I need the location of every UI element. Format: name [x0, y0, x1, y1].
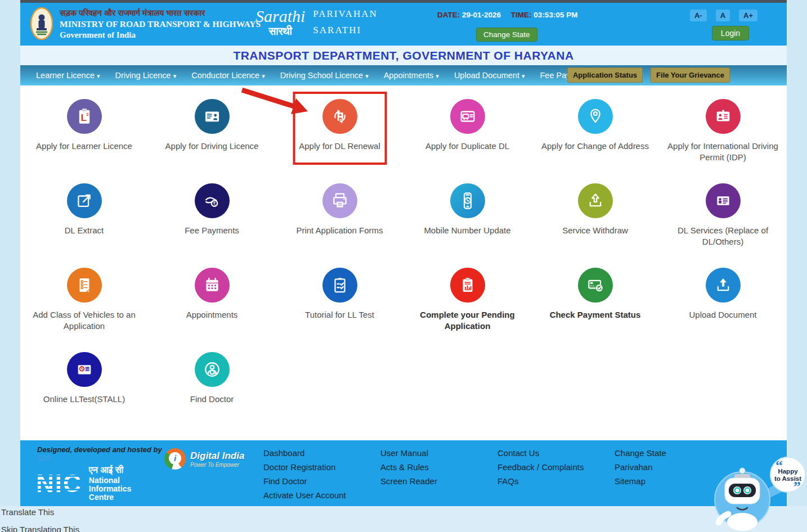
service-label: Apply for Learner Licence	[36, 141, 132, 152]
clipboard-check-icon[interactable]	[322, 268, 357, 303]
service-print-application-forms[interactable]: Print Application Forms	[276, 170, 404, 254]
nav-item-upload-document[interactable]: Upload Document▾	[454, 71, 525, 80]
doctor-icon[interactable]	[195, 352, 230, 387]
service-label: Apply for International Driving Permit (…	[667, 141, 779, 163]
service-apply-for-change-of-address[interactable]: Apply for Change of Address	[531, 85, 659, 170]
footer-link-acts-rules[interactable]: Acts & Rules	[380, 460, 497, 474]
service-find-doctor[interactable]: Find Doctor	[148, 339, 276, 423]
chevron-down-icon: ▾	[522, 73, 525, 79]
title-bar: TRANSPORT DEPARTMENT, GOVERNMENT OF HARY…	[20, 46, 787, 65]
translate-this-link[interactable]: Translate This	[1, 507, 79, 517]
clipboard-l-icon[interactable]: L	[67, 99, 102, 134]
service-label: Apply for Duplicate DL	[425, 141, 509, 152]
svg-text:to Assist: to Assist	[774, 475, 801, 482]
service-check-payment-status[interactable]: Check Payment Status	[531, 254, 659, 339]
service-label: Tutorial for LL Test	[305, 309, 374, 321]
service-apply-for-learner-licence[interactable]: LApply for Learner Licence	[20, 85, 148, 170]
service-dl-services-replace-of-dl-others[interactable]: DL Services (Replace of DL/Others)	[659, 170, 787, 254]
service-add-class-of-vehicles-to-an-application[interactable]: Add Class of Vehicles to an Application	[20, 254, 148, 339]
page-content: सड़क परिवहन और राजमार्ग मंत्रालय भारत सर…	[20, 0, 787, 507]
hand-rupee-icon[interactable]: ₹	[195, 183, 230, 218]
nav-item-appointments[interactable]: Appointments▾	[384, 71, 439, 80]
footer-link-dashboard[interactable]: Dashboard	[263, 446, 380, 460]
file-your-grievance-button[interactable]: File Your Grievance	[651, 67, 730, 83]
service-fee-payments[interactable]: ₹Fee Payments	[148, 170, 276, 254]
footer-link-screen-reader[interactable]: Screen Reader	[380, 474, 497, 488]
service-dl-extract[interactable]: DL Extract	[20, 170, 148, 254]
time-value: 03:53:05 PM	[533, 11, 577, 19]
service-service-withdraw[interactable]: Service Withdraw	[531, 170, 659, 254]
font-decrease-button[interactable]: A-	[690, 10, 707, 21]
date-label: DATE:	[437, 11, 460, 19]
ministry-name-hindi: सड़क परिवहन और राजमार्ग मंत्रालय भारत सर…	[60, 8, 261, 18]
service-label: Apply for DL Renewal	[299, 141, 380, 152]
font-normal-button[interactable]: A	[716, 10, 730, 21]
india-emblem-icon	[30, 7, 53, 40]
doc-list-icon[interactable]	[67, 268, 102, 303]
skip-translating-link[interactable]: Skip Translating This	[1, 525, 79, 532]
ministry-name-english: MINISTRY OF ROAD TRANSPORT & HIGHWAYS	[60, 19, 261, 29]
service-apply-for-duplicate-dl[interactable]: Apply for Duplicate DL	[404, 85, 531, 170]
footer-link-faqs[interactable]: FAQs	[497, 474, 615, 488]
change-state-button[interactable]: Change State	[476, 28, 537, 42]
font-increase-button[interactable]: A+	[739, 10, 757, 21]
service-appointments[interactable]: Appointments	[148, 254, 276, 339]
chevron-down-icon: ▾	[262, 73, 265, 79]
card-renew-icon[interactable]	[322, 99, 357, 134]
service-label: Apply for Driving Licence	[165, 141, 259, 152]
service-apply-for-driving-licence[interactable]: Apply for Driving Licence	[148, 85, 276, 170]
card-car-icon[interactable]	[450, 99, 485, 134]
id-card-lines-icon[interactable]	[706, 99, 741, 134]
service-mobile-number-update[interactable]: Mobile Number Update	[404, 170, 531, 254]
nic-logo: NIC एन आई सी National Informatics Centre	[36, 465, 131, 502]
nav-item-learner-licence[interactable]: Learner Licence▾	[36, 71, 100, 80]
card-person-icon[interactable]	[706, 183, 741, 218]
share-icon[interactable]	[67, 183, 102, 218]
nav-item-driving-licence[interactable]: Driving Licence▾	[115, 71, 177, 80]
date-time: DATE: 29-01-2026 TIME: 03:53:05 PM	[437, 11, 585, 19]
calendar-icon[interactable]	[195, 268, 230, 303]
chevron-down-icon: ▾	[173, 73, 177, 79]
date-value: 29-01-2026	[462, 11, 501, 19]
footer-link-user-manual[interactable]: User Manual	[380, 446, 497, 460]
chatbot-widget[interactable]: “ ” Happy to Assist	[710, 454, 807, 532]
login-button[interactable]: Login	[712, 26, 749, 40]
service-label: Upload Document	[689, 309, 756, 321]
footer-link-doctor-registration[interactable]: Doctor Registration	[263, 460, 380, 474]
nav-item-driving-school-licence[interactable]: Driving School Licence▾	[280, 71, 369, 80]
footer-link-activate-user-account[interactable]: Activate User Account	[263, 488, 380, 502]
footer-link-feedback-complaints[interactable]: Feedback / Complaints	[497, 460, 615, 474]
service-label: Mobile Number Update	[424, 225, 510, 236]
card-clock-icon[interactable]	[67, 352, 102, 387]
service-tutorial-for-ll-test[interactable]: Tutorial for LL Test	[276, 254, 404, 339]
chevron-down-icon: ▾	[436, 73, 439, 79]
upload-filled-icon[interactable]	[706, 268, 741, 303]
application-status-button[interactable]: Application Status	[567, 67, 643, 83]
nav-item-conductor-licence[interactable]: Conductor Licence▾	[191, 71, 264, 80]
bottom-strip	[0, 506, 807, 532]
footer-link-contact-us[interactable]: Contact Us	[497, 446, 615, 460]
service-upload-document[interactable]: Upload Document	[659, 254, 787, 339]
footer-link-find-doctor[interactable]: Find Doctor	[263, 474, 380, 488]
id-card-icon[interactable]	[195, 99, 230, 134]
service-apply-for-international-driving-permit-idp[interactable]: Apply for International Driving Permit (…	[659, 85, 787, 170]
page-title: TRANSPORT DEPARTMENT, GOVERNMENT OF HARY…	[233, 49, 573, 62]
card-check-icon[interactable]	[578, 268, 613, 303]
printer-icon[interactable]	[322, 183, 357, 218]
service-label: Check Payment Status	[550, 309, 641, 321]
map-pin-icon[interactable]	[578, 99, 613, 134]
header: सड़क परिवहन और राजमार्ग मंत्रालय भारत सर…	[20, 3, 787, 46]
sarathi-brand-block: Sarathi सारथी PARIVAHAN SARATHI	[255, 6, 378, 39]
footer: Designed, developed and hosted by S20 NI…	[20, 440, 787, 507]
upload-outline-icon[interactable]	[578, 183, 613, 218]
service-label: Online LLTest(STALL)	[43, 394, 125, 405]
service-label: Find Doctor	[190, 394, 234, 405]
service-apply-for-dl-renewal[interactable]: Apply for DL Renewal	[276, 85, 404, 170]
credit-link[interactable]: S20	[37, 454, 50, 462]
service-label: Print Application Forms	[296, 225, 383, 236]
service-complete-your-pending-application[interactable]: Complete your Pending Application	[404, 254, 531, 339]
clipboard-chart-icon[interactable]	[450, 268, 485, 303]
service-online-lltest-stall[interactable]: Online LLTest(STALL)	[20, 339, 148, 423]
time-label: TIME:	[511, 11, 532, 19]
phone-icon[interactable]	[450, 183, 485, 218]
